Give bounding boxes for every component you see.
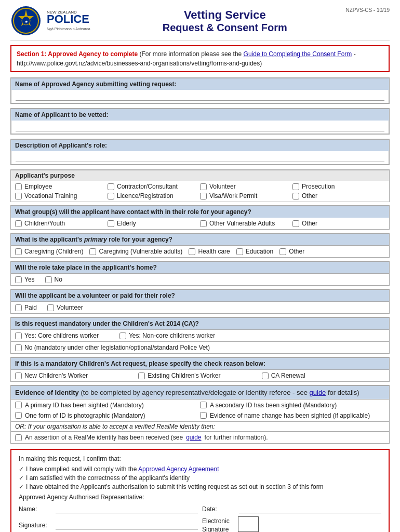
ca-no[interactable]: No (mandatory under other legislation/op… [15,344,385,351]
purpose-visa[interactable]: Visa/Work Permit [200,192,292,200]
role-home-no-checkbox[interactable] [45,276,52,283]
role-caregiving-vulnerable-checkbox[interactable] [89,248,96,255]
evidence-guide-link[interactable]: guide [310,389,326,396]
contact-elderly-checkbox[interactable] [108,220,114,227]
role-caregiving-children[interactable]: Caregiving (Children) [15,248,83,255]
date-line [239,505,381,513]
ca-core-checkbox[interactable] [15,332,22,339]
purpose-licence-checkbox[interactable] [108,193,114,200]
mandatory-reason-section: If this is a mandatory Children's Act re… [10,357,390,382]
contact-vulnerable[interactable]: Other Vulnerable Adults [200,220,292,227]
purpose-other-checkbox[interactable] [292,193,299,200]
header-title: Vetting Service Request & Consent Form [104,8,346,34]
volunteer-option[interactable]: Volunteer [47,304,83,311]
evidence-photographic[interactable]: One form of ID is photographic (Mandator… [15,412,200,419]
role-caregiving-children-checkbox[interactable] [15,248,22,255]
role-education-checkbox[interactable] [236,248,243,255]
evidence-secondary-id-checkbox[interactable] [200,402,207,408]
purpose-prosecution[interactable]: Prosecution [292,183,385,190]
signature-label2: Signature [202,526,229,533]
purpose-contractor-checkbox[interactable] [108,183,114,190]
evidence-desc2: for details) [328,389,359,396]
role-caregiving-vulnerable[interactable]: Caregiving (Vulnerable adults) [89,248,182,255]
purpose-vocational[interactable]: Vocational Training [15,192,108,200]
evidence-title: Evidence of Identity [15,389,79,396]
role-home-no[interactable]: No [45,276,62,283]
police-text-logo: NEW ZEALAND POLICE Ngā Pirihimana o Aote… [47,7,104,35]
confirm-item1: I have complied and will comply with the… [19,466,381,473]
evidence-name-change-checkbox[interactable] [200,412,207,419]
role-home-yes[interactable]: Yes [15,276,35,283]
nz-police-logo: ★ [10,5,42,36]
purpose-licence[interactable]: Licence/Registration [108,192,200,200]
existing-childrens-checkbox[interactable] [138,373,145,379]
role-desc-input[interactable] [16,153,384,162]
guide-link[interactable]: Guide to Completing the Consent Form [244,50,352,58]
purpose-employee[interactable]: Employee [15,183,108,190]
agency-name-input[interactable] [16,92,384,101]
contact-children-checkbox[interactable] [15,220,22,227]
role-other[interactable]: Other [279,248,304,255]
evidence-secondary-id[interactable]: A secondary ID has been sighted (Mandato… [200,402,385,409]
contact-groups-checkboxes: Children/Youth Elderly Other Vulnerable … [11,218,389,229]
purpose-employee-checkbox[interactable] [15,183,22,190]
volunteer-paid-section: Will the applicant be a volunteer or pai… [10,289,390,314]
contact-other[interactable]: Other [292,220,385,227]
contact-elderly[interactable]: Elderly [108,220,200,227]
realme-checkbox[interactable] [15,434,22,441]
logo-area: ★ NEW ZEALAND POLICE Ngā Pirihimana o Ao… [10,5,104,36]
purpose-volunteer-checkbox[interactable] [200,183,207,190]
purpose-other[interactable]: Other [292,192,385,200]
evidence-primary-id[interactable]: A primary ID has been sighted (Mandatory… [15,402,200,409]
purpose-contractor[interactable]: Contractor/Consultant [108,183,200,190]
role-education[interactable]: Education [236,248,273,255]
approved-agency-link[interactable]: Approved Agency Agreement [138,466,219,473]
purpose-prosecution-checkbox[interactable] [292,183,299,190]
paid-option[interactable]: Paid [15,304,37,311]
paid-checkbox[interactable] [15,304,22,311]
name-field: Name: [19,505,198,513]
role-healthcare[interactable]: Health care [189,248,230,255]
purpose-visa-checkbox[interactable] [200,193,207,200]
role-desc-input-row [11,151,389,165]
role-healthcare-checkbox[interactable] [189,248,195,255]
signature-field: Signature: [19,516,198,532]
realme-guide-link[interactable]: guide [186,434,201,441]
electronic-sig-box [238,516,259,532]
purpose-section: Applicant's purpose Employee Contractor/… [10,169,390,202]
ca-renewal-checkbox[interactable] [262,373,269,379]
evidence-photographic-checkbox[interactable] [15,412,22,419]
applicant-name-section: Name of Applicant to be vetted: [10,108,390,135]
applicant-name-input[interactable] [16,123,384,131]
purpose-vocational-checkbox[interactable] [15,193,22,200]
volunteer-checkbox[interactable] [47,304,54,311]
mandatory-reason-label: If this is a mandatory Children's Act re… [11,357,389,369]
new-childrens-checkbox[interactable] [15,373,22,379]
ca-core[interactable]: Yes: Core childrens worker [15,332,99,339]
ca-non-core-checkbox[interactable] [119,332,126,339]
evidence-header: Evidence of Identity (to be completed by… [11,385,389,399]
ca-renewal[interactable]: CA Renewal [262,372,385,379]
agency-name-input-row [11,90,389,103]
role-desc-section: Description of Applicant's role: [10,139,390,165]
agency-name-section: Name of Approved Agency submitting vetti… [10,77,390,104]
or-row: OR: If your organisation is able to acce… [11,421,389,431]
evidence-primary-id-checkbox[interactable] [15,402,22,408]
volunteer-paid-question: Will the applicant be a volunteer or pai… [11,289,389,301]
contact-children[interactable]: Children/Youth [15,220,108,227]
contact-vulnerable-checkbox[interactable] [200,220,207,227]
evidence-checkboxes: A primary ID has been sighted (Mandatory… [11,399,389,421]
existing-childrens-worker[interactable]: Existing Children's Worker [138,372,261,379]
contact-other-checkbox[interactable] [292,220,299,227]
ca-no-checkbox[interactable] [15,344,22,351]
evidence-name-change[interactable]: Evidence of name change has been sighted… [200,412,385,419]
contact-groups-section: What group(s) will the applicant have co… [10,205,390,230]
signature-line [56,521,198,529]
new-childrens-worker[interactable]: New Children's Worker [15,372,138,379]
section1-title: Section 1: Approved Agency to complete [17,50,138,58]
purpose-volunteer[interactable]: Volunteer [200,183,292,190]
doc-code: NZPVS-CS - 10/19 [346,5,390,13]
role-home-yes-checkbox[interactable] [15,276,22,283]
ca-non-core[interactable]: Yes: Non-core childrens worker [119,332,215,339]
role-other-checkbox[interactable] [279,248,286,255]
